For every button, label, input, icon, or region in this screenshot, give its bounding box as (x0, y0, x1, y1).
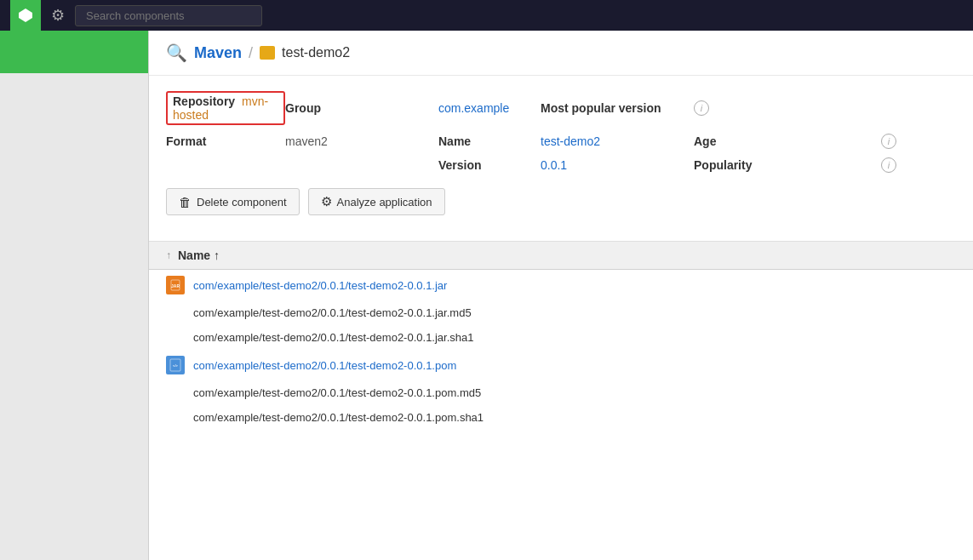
file-rows: JAR com/example/test-demo2/0.0.1/test-de… (149, 270, 973, 430)
jar-icon: JAR (166, 276, 185, 294)
file-link[interactable]: com/example/test-demo2/0.0.1/test-demo2-… (193, 279, 447, 292)
file-row: com/example/test-demo2/0.0.1/test-demo2-… (149, 380, 973, 405)
delete-component-button[interactable]: 🗑 Delete component (166, 188, 300, 215)
search-input[interactable] (75, 5, 262, 26)
format-value: maven2 (285, 134, 328, 148)
file-row: com/example/test-demo2/0.0.1/test-demo2-… (149, 405, 973, 430)
repository-box-cell: Repository mvn-hosted (166, 91, 285, 125)
most-popular-info-cell: i (694, 100, 881, 116)
breadcrumb: 🔍 Maven / test-demo2 (149, 31, 973, 76)
popularity-info-icon[interactable]: i (881, 157, 896, 173)
name-value: test-demo2 (541, 134, 600, 148)
age-label-cell: Age (694, 134, 881, 148)
breadcrumb-folder-name: test-demo2 (282, 45, 350, 60)
name-label: Name (438, 134, 471, 148)
analyze-application-button[interactable]: ⚙ Analyze application (308, 188, 445, 215)
repository-label: Repository (173, 94, 235, 108)
format-label-cell: Format (166, 134, 285, 148)
file-table: ↑ Name ↑ JAR com/example/test-demo2/0.0.… (149, 241, 973, 430)
version-value-cell: 0.0.1 (541, 158, 694, 172)
svg-marker-0 (19, 9, 32, 22)
svg-text:JAR: JAR (171, 283, 180, 289)
most-popular-label: Most popular version (541, 101, 661, 115)
popularity-info-cell: i (881, 157, 907, 173)
age-info-cell: i (881, 134, 907, 149)
analyze-label: Analyze application (337, 196, 432, 209)
name-label-cell: Name (438, 134, 541, 148)
age-info-icon[interactable]: i (881, 134, 896, 149)
group-label: Group (285, 101, 321, 115)
file-row: com/example/test-demo2/0.0.1/test-demo2-… (149, 325, 973, 350)
gear-icon[interactable]: ⚙ (51, 6, 65, 25)
top-bar: ⚙ (0, 0, 973, 31)
folder-icon (260, 46, 275, 60)
most-popular-label-cell: Most popular version (541, 101, 694, 115)
group-value: com.example (438, 101, 509, 115)
sort-up-icon[interactable]: ↑ (166, 249, 171, 261)
version-label-cell: Version (438, 158, 541, 172)
sidebar (0, 31, 149, 560)
table-header-row: ↑ Name ↑ (149, 242, 973, 270)
name-value-cell: test-demo2 (541, 134, 694, 148)
name-sort-icon: ↑ (214, 249, 220, 262)
breadcrumb-maven[interactable]: Maven (194, 44, 242, 62)
popularity-label-cell: Popularity (694, 158, 881, 172)
sidebar-active-item[interactable] (0, 31, 148, 73)
age-label: Age (694, 134, 716, 148)
main-content: 🔍 Maven / test-demo2 Repository mvn-host… (149, 31, 973, 560)
logo (10, 0, 41, 31)
format-label: Format (166, 134, 206, 148)
info-grid: Repository mvn-hosted Group com.example … (166, 91, 956, 173)
file-text: com/example/test-demo2/0.0.1/test-demo2-… (193, 306, 472, 319)
file-text: com/example/test-demo2/0.0.1/test-demo2-… (193, 411, 484, 424)
search-icon: 🔍 (166, 43, 187, 63)
popularity-label: Popularity (694, 158, 752, 172)
version-value: 0.0.1 (541, 158, 567, 172)
breadcrumb-separator: / (249, 44, 253, 62)
file-row: com/example/test-demo2/0.0.1/test-demo2-… (149, 300, 973, 325)
delete-icon: 🗑 (179, 195, 192, 209)
info-section: Repository mvn-hosted Group com.example … (149, 76, 973, 232)
file-text: com/example/test-demo2/0.0.1/test-demo2-… (193, 331, 474, 344)
file-link[interactable]: com/example/test-demo2/0.0.1/test-demo2-… (193, 359, 456, 372)
group-value-cell: com.example (438, 101, 541, 115)
format-value-cell: maven2 (285, 134, 438, 148)
svg-text:</>: </> (173, 363, 178, 368)
name-column-header: Name ↑ (178, 249, 220, 262)
analyze-icon: ⚙ (321, 194, 332, 209)
version-label: Version (438, 158, 482, 172)
delete-label: Delete component (197, 196, 287, 209)
actions-row: 🗑 Delete component ⚙ Analyze application (166, 188, 956, 215)
group-label-cell: Group (285, 101, 438, 115)
pom-icon: </> (166, 356, 185, 374)
repository-box: Repository mvn-hosted (166, 91, 285, 125)
file-text: com/example/test-demo2/0.0.1/test-demo2-… (193, 386, 481, 399)
most-popular-info-icon[interactable]: i (694, 100, 709, 116)
file-row: </> com/example/test-demo2/0.0.1/test-de… (149, 350, 973, 380)
file-row: JAR com/example/test-demo2/0.0.1/test-de… (149, 270, 973, 300)
